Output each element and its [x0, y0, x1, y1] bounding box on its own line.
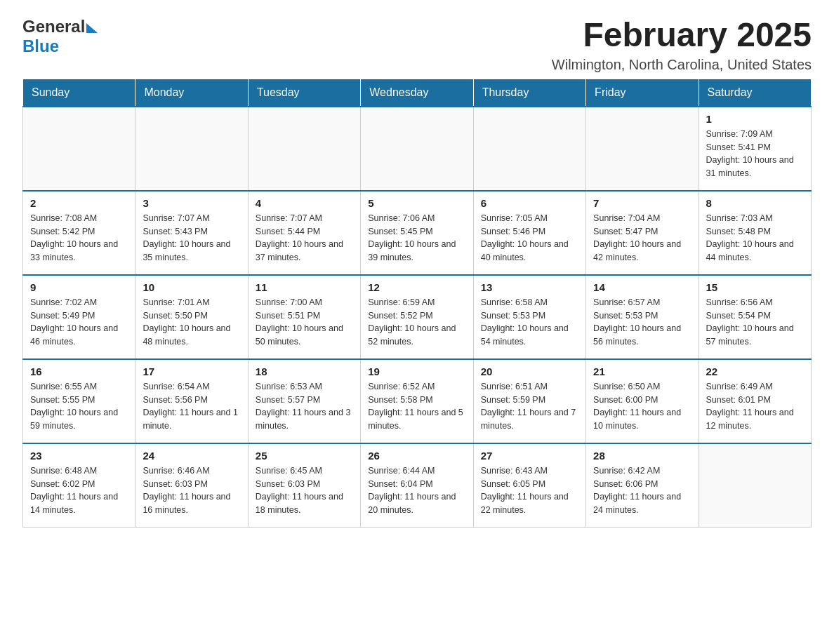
calendar-week-row: 1Sunrise: 7:09 AM Sunset: 5:41 PM Daylig…: [23, 107, 812, 191]
day-number: 4: [256, 197, 353, 209]
calendar-cell: 14Sunrise: 6:57 AM Sunset: 5:53 PM Dayli…: [586, 275, 699, 359]
calendar-cell: 21Sunrise: 6:50 AM Sunset: 6:00 PM Dayli…: [586, 359, 699, 443]
day-info: Sunrise: 6:52 AM Sunset: 5:58 PM Dayligh…: [368, 380, 465, 433]
calendar-cell: 3Sunrise: 7:07 AM Sunset: 5:43 PM Daylig…: [135, 191, 248, 275]
day-number: 20: [481, 365, 578, 377]
calendar-header-saturday: Saturday: [699, 79, 811, 107]
calendar-cell: [135, 107, 248, 191]
logo-blue-text: Blue: [22, 36, 59, 56]
day-info: Sunrise: 7:08 AM Sunset: 5:42 PM Dayligh…: [30, 212, 128, 264]
calendar-cell: 23Sunrise: 6:48 AM Sunset: 6:02 PM Dayli…: [23, 443, 135, 528]
day-number: 13: [481, 281, 578, 293]
day-info: Sunrise: 6:51 AM Sunset: 5:59 PM Dayligh…: [481, 380, 578, 433]
day-info: Sunrise: 7:00 AM Sunset: 5:51 PM Dayligh…: [256, 296, 353, 349]
day-info: Sunrise: 7:03 AM Sunset: 5:48 PM Dayligh…: [706, 212, 804, 264]
day-number: 16: [30, 365, 128, 377]
calendar-cell: 6Sunrise: 7:05 AM Sunset: 5:46 PM Daylig…: [473, 191, 585, 275]
day-info: Sunrise: 7:01 AM Sunset: 5:50 PM Dayligh…: [143, 296, 240, 349]
calendar-cell: 9Sunrise: 7:02 AM Sunset: 5:49 PM Daylig…: [23, 275, 135, 359]
day-number: 12: [368, 281, 465, 293]
day-info: Sunrise: 6:44 AM Sunset: 6:04 PM Dayligh…: [368, 464, 465, 517]
day-info: Sunrise: 7:09 AM Sunset: 5:41 PM Dayligh…: [706, 128, 804, 180]
day-info: Sunrise: 7:04 AM Sunset: 5:47 PM Dayligh…: [593, 212, 691, 264]
day-info: Sunrise: 7:07 AM Sunset: 5:44 PM Dayligh…: [256, 212, 353, 264]
calendar-cell: 5Sunrise: 7:06 AM Sunset: 5:45 PM Daylig…: [361, 191, 473, 275]
day-info: Sunrise: 7:06 AM Sunset: 5:45 PM Dayligh…: [368, 212, 465, 264]
calendar-cell: [361, 107, 473, 191]
day-number: 27: [481, 450, 578, 462]
day-info: Sunrise: 6:57 AM Sunset: 5:53 PM Dayligh…: [593, 296, 691, 349]
day-info: Sunrise: 6:59 AM Sunset: 5:52 PM Dayligh…: [368, 296, 465, 349]
day-info: Sunrise: 7:02 AM Sunset: 5:49 PM Dayligh…: [30, 296, 128, 349]
day-number: 3: [143, 197, 240, 209]
calendar-header-row: SundayMondayTuesdayWednesdayThursdayFrid…: [23, 79, 812, 107]
day-number: 5: [368, 197, 465, 209]
day-info: Sunrise: 6:58 AM Sunset: 5:53 PM Dayligh…: [481, 296, 578, 349]
calendar-cell: 10Sunrise: 7:01 AM Sunset: 5:50 PM Dayli…: [135, 275, 248, 359]
calendar-cell: [23, 107, 135, 191]
calendar-cell: 12Sunrise: 6:59 AM Sunset: 5:52 PM Dayli…: [361, 275, 473, 359]
day-number: 1: [706, 113, 804, 125]
calendar-week-row: 16Sunrise: 6:55 AM Sunset: 5:55 PM Dayli…: [23, 359, 812, 443]
day-number: 9: [30, 281, 128, 293]
day-number: 7: [593, 197, 691, 209]
calendar-cell: 18Sunrise: 6:53 AM Sunset: 5:57 PM Dayli…: [248, 359, 360, 443]
day-number: 11: [256, 281, 353, 293]
day-info: Sunrise: 6:54 AM Sunset: 5:56 PM Dayligh…: [143, 380, 240, 433]
day-info: Sunrise: 6:50 AM Sunset: 6:00 PM Dayligh…: [593, 380, 691, 433]
calendar-cell: 26Sunrise: 6:44 AM Sunset: 6:04 PM Dayli…: [361, 443, 473, 528]
location-title: Wilmington, North Carolina, United State…: [552, 57, 812, 73]
calendar-cell: 17Sunrise: 6:54 AM Sunset: 5:56 PM Dayli…: [135, 359, 248, 443]
calendar-cell: 1Sunrise: 7:09 AM Sunset: 5:41 PM Daylig…: [699, 107, 811, 191]
day-info: Sunrise: 6:53 AM Sunset: 5:57 PM Dayligh…: [256, 380, 353, 433]
day-info: Sunrise: 6:46 AM Sunset: 6:03 PM Dayligh…: [143, 464, 240, 517]
calendar-week-row: 9Sunrise: 7:02 AM Sunset: 5:49 PM Daylig…: [23, 275, 812, 359]
day-info: Sunrise: 6:45 AM Sunset: 6:03 PM Dayligh…: [256, 464, 353, 517]
calendar-cell: 2Sunrise: 7:08 AM Sunset: 5:42 PM Daylig…: [23, 191, 135, 275]
calendar-header-monday: Monday: [135, 79, 248, 107]
calendar-week-row: 23Sunrise: 6:48 AM Sunset: 6:02 PM Dayli…: [23, 443, 812, 528]
day-number: 2: [30, 197, 128, 209]
day-info: Sunrise: 6:42 AM Sunset: 6:06 PM Dayligh…: [593, 464, 691, 517]
logo-general-text: General: [22, 17, 85, 36]
calendar-header-friday: Friday: [586, 79, 699, 107]
title-section: February 2025 Wilmington, North Carolina…: [552, 17, 812, 73]
day-number: 10: [143, 281, 240, 293]
day-number: 17: [143, 365, 240, 377]
calendar-header-thursday: Thursday: [473, 79, 585, 107]
calendar-cell: 13Sunrise: 6:58 AM Sunset: 5:53 PM Dayli…: [473, 275, 585, 359]
calendar-cell: 27Sunrise: 6:43 AM Sunset: 6:05 PM Dayli…: [473, 443, 585, 528]
calendar-cell: 8Sunrise: 7:03 AM Sunset: 5:48 PM Daylig…: [699, 191, 811, 275]
calendar-cell: 19Sunrise: 6:52 AM Sunset: 5:58 PM Dayli…: [361, 359, 473, 443]
day-number: 14: [593, 281, 691, 293]
day-number: 19: [368, 365, 465, 377]
calendar-cell: 16Sunrise: 6:55 AM Sunset: 5:55 PM Dayli…: [23, 359, 135, 443]
calendar-week-row: 2Sunrise: 7:08 AM Sunset: 5:42 PM Daylig…: [23, 191, 812, 275]
calendar-cell: 25Sunrise: 6:45 AM Sunset: 6:03 PM Dayli…: [248, 443, 360, 528]
day-number: 23: [30, 450, 128, 462]
calendar-cell: [473, 107, 585, 191]
day-info: Sunrise: 6:56 AM Sunset: 5:54 PM Dayligh…: [706, 296, 804, 349]
calendar-cell: 22Sunrise: 6:49 AM Sunset: 6:01 PM Dayli…: [699, 359, 811, 443]
calendar-cell: 20Sunrise: 6:51 AM Sunset: 5:59 PM Dayli…: [473, 359, 585, 443]
day-number: 18: [256, 365, 353, 377]
calendar-cell: [699, 443, 811, 528]
calendar-header-sunday: Sunday: [23, 79, 135, 107]
day-info: Sunrise: 6:49 AM Sunset: 6:01 PM Dayligh…: [706, 380, 804, 433]
day-info: Sunrise: 6:55 AM Sunset: 5:55 PM Dayligh…: [30, 380, 128, 433]
calendar-cell: [248, 107, 360, 191]
calendar-cell: 15Sunrise: 6:56 AM Sunset: 5:54 PM Dayli…: [699, 275, 811, 359]
calendar-header-wednesday: Wednesday: [361, 79, 473, 107]
day-number: 21: [593, 365, 691, 377]
calendar-cell: 7Sunrise: 7:04 AM Sunset: 5:47 PM Daylig…: [586, 191, 699, 275]
day-number: 8: [706, 197, 804, 209]
day-number: 22: [706, 365, 804, 377]
day-number: 24: [143, 450, 240, 462]
day-number: 26: [368, 450, 465, 462]
day-number: 15: [706, 281, 804, 293]
day-number: 25: [256, 450, 353, 462]
day-number: 28: [593, 450, 691, 462]
calendar-cell: 24Sunrise: 6:46 AM Sunset: 6:03 PM Dayli…: [135, 443, 248, 528]
day-number: 6: [481, 197, 578, 209]
calendar-cell: 28Sunrise: 6:42 AM Sunset: 6:06 PM Dayli…: [586, 443, 699, 528]
